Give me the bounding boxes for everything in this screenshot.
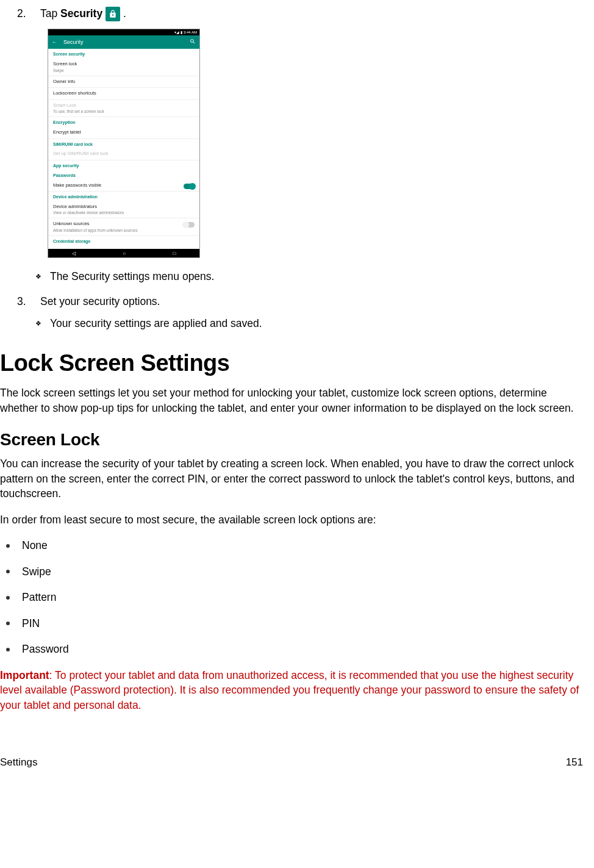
- bullet-icon: [6, 570, 10, 573]
- nav-home-icon: ○: [123, 250, 126, 257]
- step-text: Tap Security .: [40, 6, 126, 21]
- search-icon: [190, 38, 196, 47]
- step-2: 2. Tap Security .: [17, 6, 583, 21]
- footer-section: Settings: [0, 755, 37, 770]
- step-number: 2.: [17, 6, 30, 21]
- paragraph: The lock screen settings let you set you…: [0, 386, 583, 415]
- result-bullet-1: ❖ The Security settings menu opens.: [35, 269, 583, 284]
- nav-recent-icon: □: [173, 250, 176, 257]
- bullet-icon: [6, 596, 10, 600]
- important-note: Important: To protect your tablet and da…: [0, 668, 583, 713]
- phone-navbar: ◁ ○ □: [48, 249, 199, 257]
- page-footer: Settings 151: [0, 755, 583, 770]
- heading-screen-lock: Screen Lock: [0, 428, 583, 451]
- list-item: Pattern: [5, 590, 583, 605]
- step-3: 3. Set your security options.: [17, 294, 583, 309]
- step-text: Set your security options.: [40, 294, 160, 309]
- toggle-off-icon: [184, 222, 195, 228]
- diamond-bullet-icon: ❖: [35, 316, 41, 331]
- lock-options-list: None Swipe Pattern PIN Password: [5, 538, 583, 657]
- battery-icon: ▮: [181, 30, 182, 35]
- list-item: Swipe: [5, 564, 583, 579]
- footer-page-number: 151: [566, 755, 583, 770]
- nav-back-icon: ◁: [72, 250, 76, 257]
- heading-lock-screen-settings: Lock Screen Settings: [0, 347, 583, 379]
- diamond-bullet-icon: ❖: [35, 269, 41, 284]
- lock-icon: [106, 7, 120, 21]
- phone-body: Screen security Screen lockSwipe Owner i…: [48, 49, 199, 249]
- security-screenshot: ▾◢ ▮ 3:44 AM ← Security Screen security …: [48, 29, 583, 258]
- phone-appbar: ← Security: [48, 35, 199, 49]
- back-icon: ←: [52, 38, 57, 46]
- list-item: None: [5, 538, 583, 553]
- phone-statusbar: ▾◢ ▮ 3:44 AM: [48, 29, 199, 35]
- bullet-icon: [6, 648, 10, 651]
- appbar-title: Security: [63, 38, 84, 46]
- list-item: PIN: [5, 616, 583, 631]
- signal-icon: ▾◢: [174, 30, 179, 35]
- toggle-on-icon: [184, 184, 195, 189]
- phone-frame: ▾◢ ▮ 3:44 AM ← Security Screen security …: [48, 29, 200, 258]
- bullet-icon: [6, 622, 10, 625]
- step-number: 3.: [17, 294, 30, 309]
- result-bullet-2: ❖ Your security settings are applied and…: [35, 316, 583, 331]
- status-time: 3:44 AM: [184, 30, 197, 35]
- paragraph: In order from least secure to most secur…: [0, 512, 583, 528]
- list-item: Password: [5, 642, 583, 657]
- bullet-icon: [6, 544, 10, 548]
- paragraph: You can increase the security of your ta…: [0, 456, 583, 501]
